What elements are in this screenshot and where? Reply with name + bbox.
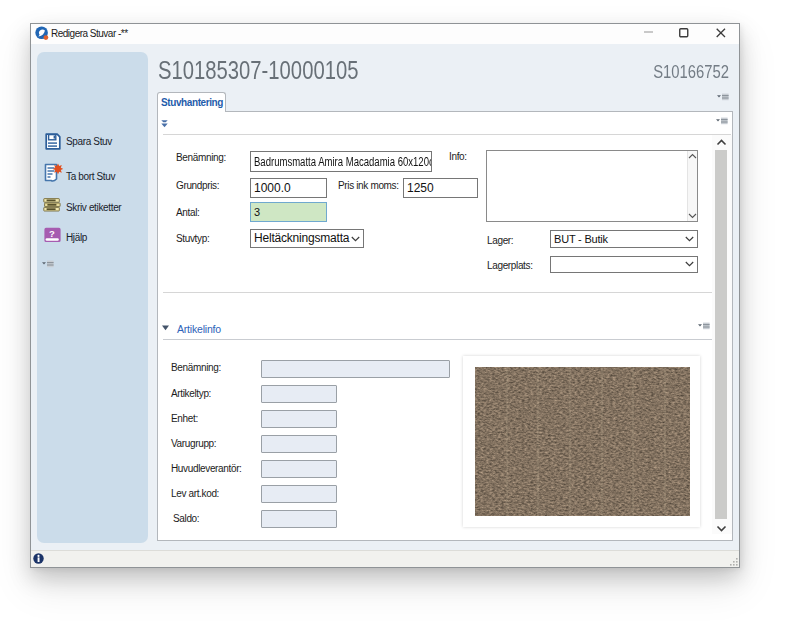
svg-text:?: ? [49,228,55,239]
